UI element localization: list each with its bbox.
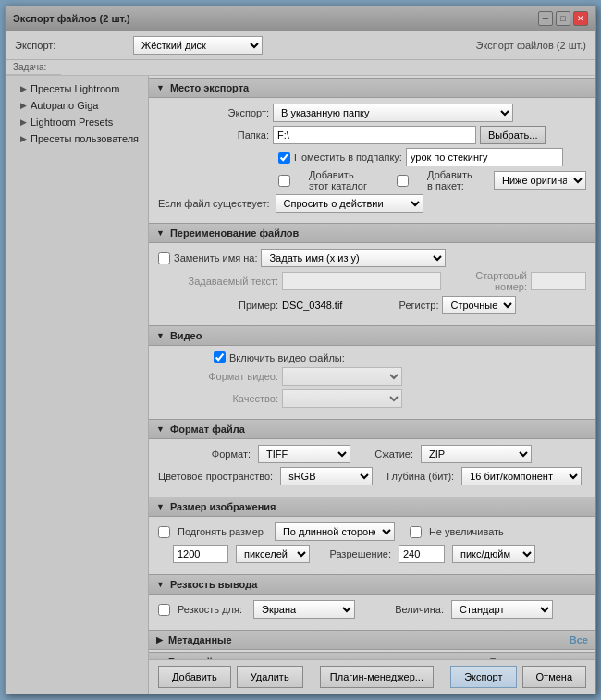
include-video-check[interactable] <box>214 351 226 363</box>
rename-check[interactable] <box>158 252 170 264</box>
sharpen-row: Резкость для: Экрана Величина: Стандарт <box>158 600 586 619</box>
if-exists-label: Если файл существует: <box>158 198 270 209</box>
maximize-button[interactable]: □ <box>556 11 570 26</box>
arrow-icon-0: ▶ <box>20 84 27 93</box>
zadacha-label: Задача: <box>6 60 61 75</box>
compression-label: Сжатие: <box>358 448 413 460</box>
section-title-format: Формат файла <box>170 424 245 435</box>
section-header-metadata[interactable]: ▶ Метаданные Все <box>149 630 595 650</box>
file-format-label: Формат: <box>158 448 251 460</box>
triangle-icon-image-size: ▼ <box>156 502 165 511</box>
bottom-left-buttons: Добавить Удалить <box>158 666 303 688</box>
section-title-renaming: Переименование файлов <box>170 227 299 239</box>
resolution-unit-select[interactable]: пикс/дюйм <box>452 545 535 563</box>
section-header-video[interactable]: ▼ Видео <box>149 325 595 346</box>
section-title-image-size: Размер изображения <box>170 501 276 512</box>
file-format-row: Формат: TIFF Сжатие: ZIP <box>158 445 586 463</box>
section-body-video: Включить видео файлы: Формат видео: Каче… <box>149 346 595 417</box>
section-header-format[interactable]: ▼ Формат файла <box>149 419 595 439</box>
sidebar-item-lr-presets[interactable]: ▶ Lightroom Presets <box>6 114 148 130</box>
include-video-label: Включить видео файлы: <box>229 352 345 363</box>
export-dialog: Экспорт файлов (2 шт.) ─ □ ✕ Экспорт: Жё… <box>5 6 596 694</box>
resize-label: Подгонять размер <box>178 526 264 537</box>
section-body-sharpening: Резкость для: Экрана Величина: Стандарт <box>149 595 595 628</box>
sharpen-type-select[interactable]: Экрана <box>253 600 355 619</box>
register-select[interactable]: Строчные <box>442 296 516 314</box>
if-exists-select[interactable]: Спросить о действии <box>276 194 423 213</box>
rename-select[interactable]: Задать имя (x из y) <box>261 249 446 267</box>
sidebar-label-1: Autopano Giga <box>31 100 98 111</box>
folder-input[interactable] <box>273 126 476 144</box>
magnitude-select[interactable]: Стандарт <box>451 600 553 619</box>
section-sharpening: ▼ Резкость вывода Резкость для: Экрана В… <box>149 574 595 628</box>
resolution-input[interactable] <box>399 545 445 563</box>
color-space-label: Цветовое пространство: <box>158 471 273 482</box>
bit-depth-select[interactable]: 16 бит/компонент <box>461 467 582 485</box>
dialog-title: Экспорт файлов (2 шт.) <box>13 13 130 24</box>
remove-button[interactable]: Удалить <box>237 666 303 688</box>
subfolder-input[interactable] <box>406 148 563 166</box>
custom-text-input[interactable] <box>282 272 441 290</box>
main-content: ▶ Пресеты Lightroom ▶ Autopano Giga ▶ Li… <box>6 76 595 694</box>
scroll-area[interactable]: ▼ Место экспорта Экспорт: В указанную па… <box>149 76 595 659</box>
triangle-icon-format: ▼ <box>156 424 165 434</box>
add-button[interactable]: Добавить <box>158 666 231 688</box>
bit-depth-label: Глубина (бит): <box>380 471 454 482</box>
triangle-icon-sharpening: ▼ <box>156 580 165 589</box>
triangle-icon-renaming: ▼ <box>156 228 165 238</box>
minimize-button[interactable]: ─ <box>538 11 553 26</box>
register-label: Регистр: <box>346 300 438 311</box>
export-dest-select[interactable]: В указанную папку <box>273 104 513 122</box>
plugin-manager-btn[interactable]: Плагин-менеджер... <box>320 666 434 688</box>
section-header-mesto[interactable]: ▼ Место экспорта <box>149 78 595 98</box>
compression-select[interactable]: ZIP <box>421 445 532 463</box>
resize-check[interactable] <box>158 526 170 538</box>
file-format-select[interactable]: TIFF <box>258 445 350 463</box>
section-body-renaming: Заменить имя на: Задать имя (x из y) Зад… <box>149 243 595 324</box>
sharpen-label: Резкость для: <box>178 604 242 615</box>
section-header-renaming[interactable]: ▼ Переименование файлов <box>149 223 595 243</box>
section-header-sharpening[interactable]: ▼ Резкость вывода <box>149 574 595 595</box>
triangle-icon-metadata: ▶ <box>156 635 163 645</box>
section-title-sharpening: Резкость вывода <box>170 579 257 590</box>
start-num-input[interactable] <box>531 272 586 290</box>
subfolder-check[interactable] <box>278 152 290 164</box>
title-bar: Экспорт файлов (2 шт.) ─ □ ✕ <box>6 6 595 31</box>
pixels-unit-select[interactable]: пикселей <box>236 545 310 563</box>
section-header-image-size[interactable]: ▼ Размер изображения <box>149 497 595 517</box>
triangle-icon-video: ▼ <box>156 331 165 340</box>
resize-type-select[interactable]: По длинной стороне <box>275 522 395 541</box>
include-video-row: Включить видео файлы: <box>158 351 586 363</box>
video-format-select[interactable] <box>282 367 402 386</box>
start-num-label: Стартовый номер: <box>445 270 527 292</box>
export-button[interactable]: Экспорт <box>450 666 516 688</box>
right-panel: ▼ Место экспорта Экспорт: В указанную па… <box>149 76 595 694</box>
bottom-bar: Добавить Удалить Плагин-менеджер... Эксп… <box>149 659 595 694</box>
custom-text-label: Задаваемый текст: <box>158 276 278 287</box>
add-batch-check[interactable] <box>397 175 409 187</box>
sidebar-item-user-presets[interactable]: ▶ Пресеты пользователя <box>6 130 148 147</box>
metadata-all-link[interactable]: Все <box>570 634 588 645</box>
cancel-button[interactable]: Отмена <box>522 666 586 688</box>
video-format-row: Формат видео: <box>158 367 586 386</box>
custom-text-row: Задаваемый текст: Стартовый номер: <box>158 270 586 292</box>
export-count: Экспорт файлов (2 шт.) <box>476 40 586 51</box>
close-button[interactable]: ✕ <box>573 11 588 26</box>
rename-label: Заменить имя на: <box>174 252 257 264</box>
add-catalog-check[interactable] <box>278 175 290 187</box>
color-space-select[interactable]: sRGB <box>280 467 373 485</box>
section-renaming: ▼ Переименование файлов Заменить имя на:… <box>149 223 595 324</box>
section-header-watermark[interactable]: ▶ Водяной знак Без водяного знака <box>149 652 595 659</box>
sidebar-item-autopano[interactable]: ▶ Autopano Giga <box>6 97 148 114</box>
export-top-bar: Экспорт: Жёсткий диск Экспорт файлов (2 … <box>6 31 595 60</box>
no-scale-check[interactable] <box>410 526 422 538</box>
add-batch-select[interactable]: Ниже оригинала <box>494 171 586 190</box>
choose-folder-btn[interactable]: Выбрать... <box>480 126 546 144</box>
video-quality-select[interactable] <box>282 389 402 408</box>
sidebar-item-presets-lr[interactable]: ▶ Пресеты Lightroom <box>6 80 148 97</box>
resolution-label: Разрешение: <box>317 548 391 559</box>
sharpen-check[interactable] <box>158 604 170 616</box>
export-type-select[interactable]: Жёсткий диск <box>133 36 263 55</box>
pixels-input[interactable] <box>173 545 228 563</box>
pixels-row: пикселей Разрешение: пикс/дюйм <box>158 545 586 563</box>
